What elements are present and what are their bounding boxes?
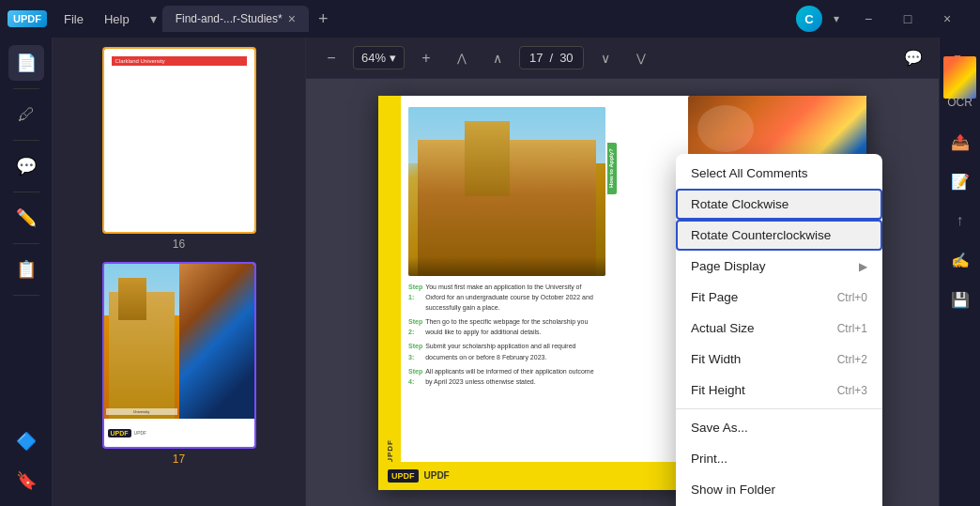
thumb16-row-13 [178, 181, 180, 188]
thumb16-row-2 [178, 88, 180, 95]
tab-close-btn[interactable]: × [288, 11, 296, 26]
thumb16-row-header [178, 71, 180, 78]
menu-divider-1 [676, 408, 882, 409]
document-view[interactable]: UPDF [306, 79, 939, 506]
convert-icon[interactable]: 📤 [942, 124, 978, 160]
fit-width-shortcut: Ctrl+2 [837, 353, 867, 366]
menu-rotate-clockwise[interactable]: Rotate Clockwise [676, 189, 882, 220]
thumb16-row-3 [178, 97, 180, 103]
thumb17-right-img [179, 264, 254, 419]
menu-actual-size[interactable]: Actual Size Ctrl+1 [676, 313, 882, 344]
thumb-img-16: Clarkland University [104, 49, 254, 232]
page-current: 17 [529, 51, 543, 65]
content-area: − 64% ▾ + ⋀ ∧ 17 / 30 ∨ ⋁ 💬 UP [306, 38, 939, 506]
tab-bar: ▾ Find-and-...r-Studies* × + [150, 6, 785, 32]
updf-logo-small: UPDF [388, 469, 419, 483]
menu-file[interactable]: File [54, 8, 93, 30]
thumbnail-page-17[interactable]: University UPDF UPDF 17 [102, 262, 256, 466]
step-items: Step 1: You must first make an applicati… [408, 282, 600, 391]
actual-size-shortcut: Ctrl+1 [837, 322, 867, 335]
data-icon[interactable]: 💾 [942, 282, 978, 317]
minimize-btn[interactable]: − [854, 5, 882, 33]
thumb16-row-9 [178, 147, 180, 154]
step-1: Step 1: You must first make an applicati… [408, 282, 600, 314]
highlight-icon[interactable]: 🖊 [8, 97, 44, 132]
fit-height-shortcut: Ctrl+3 [837, 384, 867, 397]
sign-icon[interactable]: ✍ [942, 242, 978, 278]
thumb16-row-11 [178, 164, 180, 171]
page-num-17: 17 [173, 452, 185, 466]
share-icon[interactable]: ↑ [942, 203, 978, 238]
page-left-stripe: UPDF [378, 96, 401, 490]
thumb16-row-10 [178, 156, 180, 162]
context-menu: Select All Comments Rotate Clockwise Rot… [676, 154, 882, 506]
thumb16-row-7 [178, 130, 180, 137]
menu-fit-page[interactable]: Fit Page Ctrl+0 [676, 282, 882, 313]
thumb16-row-12 [178, 173, 180, 179]
zoom-dropdown-arrow: ▾ [390, 51, 396, 65]
tab-label: Find-and-...r-Studies* [176, 12, 283, 25]
divider-3 [13, 192, 39, 192]
step-4: Step 4: All applicants will be informed … [408, 366, 600, 387]
zoom-level-value: 64% [361, 51, 386, 65]
step-3: Step 3: Submit your scholarship applicat… [408, 341, 600, 361]
menu-print[interactable]: Print... [676, 443, 882, 474]
doc-icon[interactable]: 📄 [8, 45, 44, 81]
fit-page-shortcut: Ctrl+0 [837, 291, 867, 304]
nav-prev-btn[interactable]: ∧ [483, 44, 512, 72]
thumb16-row-4 [178, 105, 180, 112]
nav-first-btn[interactable]: ⋀ [448, 44, 476, 72]
page-edit-icon[interactable]: 📝 [942, 163, 978, 199]
top-toolbar: − 64% ▾ + ⋀ ∧ 17 / 30 ∨ ⋁ 💬 [306, 38, 939, 79]
thumb-frame-16: Clarkland University [102, 47, 256, 234]
divider-4 [13, 243, 39, 244]
tab-dropdown-arrow[interactable]: ▾ [150, 11, 157, 26]
step-2: Step 2: Then go to the specific webpage … [408, 316, 600, 337]
app-logo: UPDF [8, 10, 47, 27]
thumb-img-17: University [104, 264, 254, 419]
title-menu: File Help [54, 8, 139, 30]
layers-icon[interactable]: 🔷 [8, 423, 44, 459]
close-btn[interactable]: × [933, 5, 961, 33]
thumb-frame-17: University UPDF UPDF [102, 262, 256, 449]
menu-select-all-comments[interactable]: Select All Comments [676, 158, 882, 189]
thumb16-row-8 [178, 139, 180, 146]
menu-rotate-counterclockwise[interactable]: Rotate Counterclockwise [676, 220, 882, 251]
thumb16-row-1 [178, 80, 180, 86]
thumbnail-page-16[interactable]: Clarkland University [102, 47, 256, 251]
divider-2 [13, 140, 39, 141]
bookmark-icon[interactable]: 🔖 [8, 463, 44, 498]
page-display-arrow: ▶ [859, 260, 867, 273]
page-separator: / [550, 51, 554, 65]
thumb16-row-5 [178, 114, 180, 120]
menu-fit-width[interactable]: Fit Width Ctrl+2 [676, 344, 882, 375]
active-tab[interactable]: Find-and-...r-Studies* × [162, 6, 309, 32]
pages-icon[interactable]: 📋 [8, 252, 44, 287]
main-layout: 📄 🖊 💬 ✏️ 📋 🔷 🔖 Clarkland University [0, 38, 980, 506]
zoom-in-btn[interactable]: + [412, 44, 440, 72]
page-col-left: Step 1: You must first make an applicati… [401, 96, 607, 490]
title-bar: UPDF File Help ▾ Find-and-...r-Studies* … [0, 0, 980, 38]
menu-show-in-folder[interactable]: Show in Folder [676, 474, 882, 505]
thumbnail-panel: Clarkland University [53, 38, 306, 506]
left-toolbar: 📄 🖊 💬 ✏️ 📋 🔷 🔖 [0, 38, 53, 506]
edit-icon[interactable]: ✏️ [8, 200, 44, 236]
nav-next-btn[interactable]: ∨ [591, 44, 620, 72]
menu-help[interactable]: Help [95, 8, 139, 30]
zoom-display[interactable]: 64% ▾ [353, 46, 405, 69]
menu-page-display[interactable]: Page Display ▶ [676, 251, 882, 282]
new-tab-btn[interactable]: + [313, 9, 334, 29]
comment-view-btn[interactable]: 💬 [899, 44, 927, 72]
nav-last-btn[interactable]: ⋁ [627, 44, 655, 72]
page-display: 17 / 30 [519, 46, 584, 69]
thumb16-row-6 [178, 122, 180, 129]
menu-fit-height[interactable]: Fit Height Ctrl+3 [676, 375, 882, 406]
menu-save-as[interactable]: Save As... [676, 412, 882, 443]
maximize-btn[interactable]: □ [894, 5, 922, 33]
comment-icon[interactable]: 💬 [8, 148, 44, 184]
user-dropdown[interactable]: ▾ [834, 12, 839, 25]
thumb16-header: Clarkland University [112, 56, 247, 66]
page-num-16: 16 [173, 238, 185, 251]
user-avatar[interactable]: C [796, 6, 822, 32]
zoom-out-btn[interactable]: − [317, 44, 345, 72]
